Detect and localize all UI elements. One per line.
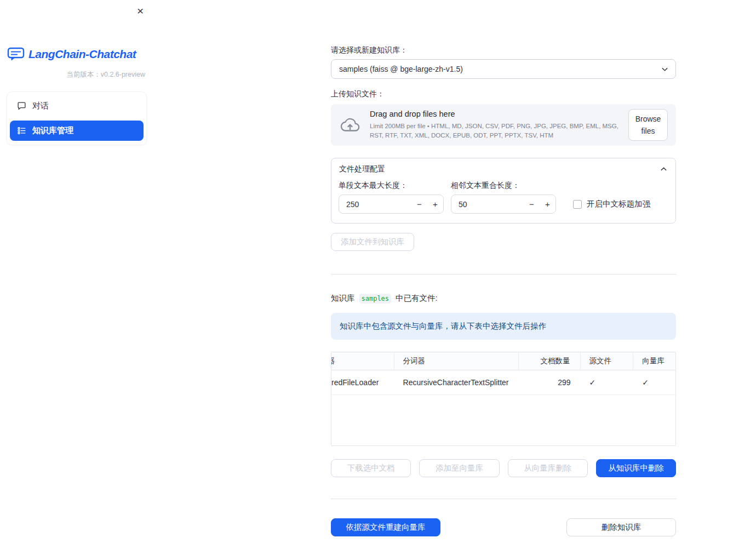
table-row[interactable]: redFileLoader RecursiveCharacterTextSpli…	[331, 370, 675, 395]
overlap-input[interactable]: 50 − +	[451, 195, 556, 214]
zh-title-enhance-group: 开启中文标题加强	[573, 195, 650, 214]
app-logo: LangChain-Chatchat	[7, 47, 153, 61]
chevron-down-icon	[661, 65, 669, 73]
overlap-value: 50	[451, 195, 524, 213]
column-header-doc-count[interactable]: 文档数量	[519, 352, 581, 370]
file-uploader-dropzone[interactable]: Drag and drop files here Limit 200MB per…	[331, 104, 676, 146]
kb-select[interactable]: samples (faiss @ bge-large-zh-v1.5)	[331, 59, 676, 79]
add-to-vector-store-button[interactable]: 添加至向量库	[419, 459, 499, 477]
download-selected-button[interactable]: 下载选中文档	[331, 459, 411, 477]
column-header-source-file[interactable]: 源文件	[581, 352, 634, 370]
sidebar-item-knowledge-base[interactable]: 知识库管理	[10, 121, 144, 141]
kb-select-label: 请选择或新建知识库：	[331, 45, 676, 55]
uploader-text-block: Drag and drop files here Limit 200MB per…	[370, 110, 620, 140]
cell-vector-check: ✓	[633, 370, 675, 394]
kb-name-code: samples	[359, 294, 392, 304]
logo-text: LangChain-Chatchat	[28, 48, 136, 61]
chat-bubble-icon	[17, 101, 26, 111]
remove-from-vector-store-button[interactable]: 从向量库删除	[508, 459, 588, 477]
overlap-label: 相邻文本重合长度：	[451, 181, 556, 191]
upload-label: 上传知识文件：	[331, 89, 676, 99]
expander-body: 单段文本最大长度： 250 − + 相邻文本重合长度： 50 − +	[331, 180, 675, 223]
close-icon: ×	[137, 4, 144, 17]
file-config-expander: 文件处理配置 单段文本最大长度： 250 − + 相邻文	[331, 158, 676, 224]
info-alert: 知识库中包含源文件与向量库，请从下表中选择文件后操作	[331, 313, 676, 340]
sidebar-menu: 对话 知识库管理	[7, 92, 147, 145]
kb-management-row: 依据源文件重建向量库 删除知识库	[331, 518, 676, 536]
overlap-increment-button[interactable]: +	[540, 195, 555, 213]
kb-files-suffix: 中已有文件:	[396, 293, 438, 304]
max-length-input[interactable]: 250 − +	[339, 195, 444, 214]
cell-loader: redFileLoader	[331, 370, 394, 394]
max-length-value: 250	[339, 195, 411, 213]
file-actions-row: 下载选中文档 添加至向量库 从向量库删除 从知识库中删除	[331, 459, 676, 477]
column-header-vector-store[interactable]: 向量库	[633, 352, 675, 370]
overlap-decrement-button[interactable]: −	[524, 195, 540, 213]
cloud-upload-icon	[339, 117, 361, 134]
zh-title-enhance-checkbox[interactable]	[573, 200, 582, 209]
kb-files-heading: 知识库 samples 中已有文件:	[331, 293, 676, 304]
max-length-increment-button[interactable]: +	[427, 195, 443, 213]
version-text: 当前版本：v0.2.6-preview	[0, 70, 153, 79]
sidebar: × LangChain-Chatchat 当前版本：v0.2.6-preview	[0, 0, 153, 549]
max-length-field: 单段文本最大长度： 250 − +	[339, 181, 444, 214]
expander-header[interactable]: 文件处理配置	[331, 158, 675, 180]
drop-title: Drag and drop files here	[370, 110, 620, 118]
kb-select-value: samples (faiss @ bge-large-zh-v1.5)	[339, 65, 463, 73]
browse-files-button[interactable]: Browse files	[628, 109, 668, 141]
delete-from-kb-button[interactable]: 从知识库中删除	[596, 459, 676, 477]
sidebar-item-label: 知识库管理	[32, 125, 73, 136]
kb-files-prefix: 知识库	[331, 293, 355, 304]
chevron-up-icon	[660, 165, 668, 173]
column-header-splitter[interactable]: 分词器	[394, 352, 519, 370]
drop-limit-text: Limit 200MB per file • HTML, MD, JSON, C…	[370, 122, 620, 140]
add-files-to-kb-button[interactable]: 添加文件到知识库	[331, 233, 414, 251]
max-length-label: 单段文本最大长度：	[339, 181, 444, 191]
expander-title: 文件处理配置	[339, 164, 385, 174]
cell-splitter: RecursiveCharacterTextSplitter	[394, 370, 519, 394]
kb-files-table: 器 分词器 文档数量 源文件 向量库 redFileLoader Recursi…	[331, 352, 676, 446]
sidebar-close-button[interactable]: ×	[134, 3, 147, 19]
main-content: 请选择或新建知识库： samples (faiss @ bge-large-zh…	[331, 0, 676, 536]
list-icon	[17, 126, 26, 135]
overlap-field: 相邻文本重合长度： 50 − +	[451, 181, 556, 214]
zh-title-enhance-label: 开启中文标题加强	[587, 199, 650, 209]
max-length-decrement-button[interactable]: −	[411, 195, 427, 213]
column-header-loader[interactable]: 器	[331, 352, 394, 370]
divider	[331, 499, 676, 499]
cell-source-check: ✓	[581, 370, 634, 394]
divider	[331, 274, 676, 274]
delete-kb-button[interactable]: 删除知识库	[566, 518, 676, 536]
app: × LangChain-Chatchat 当前版本：v0.2.6-preview	[0, 0, 756, 549]
chat-logo-icon	[7, 47, 25, 61]
cell-doc-count: 299	[519, 370, 581, 394]
table-header-row: 器 分词器 文档数量 源文件 向量库	[331, 352, 675, 370]
sidebar-item-label: 对话	[32, 101, 49, 111]
rebuild-vector-store-button[interactable]: 依据源文件重建向量库	[331, 518, 440, 536]
sidebar-item-dialogue[interactable]: 对话	[10, 96, 144, 116]
